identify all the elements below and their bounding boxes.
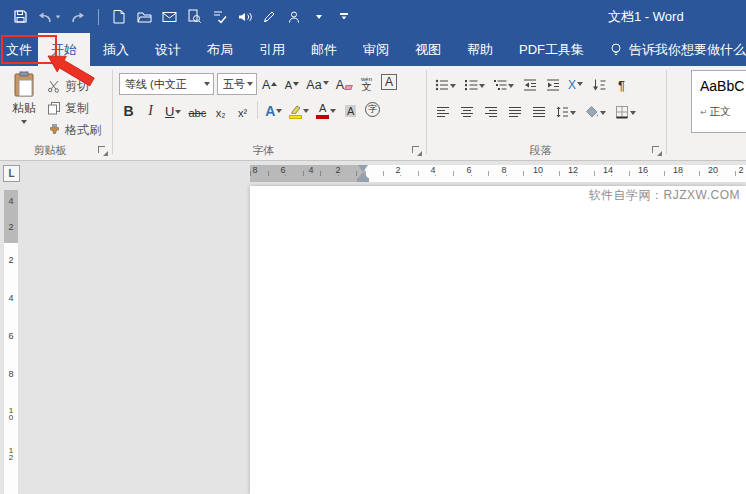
line-spacing-button[interactable] <box>553 100 578 122</box>
ruler-number: 6 <box>465 165 472 175</box>
tab-review[interactable]: 审阅 <box>350 33 402 66</box>
new-document-icon[interactable] <box>111 7 127 27</box>
contact-icon[interactable] <box>286 7 302 27</box>
format-painter-button[interactable]: 格式刷 <box>47 120 101 140</box>
tab-pdf-tools-label: PDF工具集 <box>519 41 584 59</box>
font-name-dropdown-icon[interactable] <box>204 82 210 86</box>
italic-button[interactable]: I <box>141 100 160 122</box>
align-left-button[interactable] <box>433 100 452 122</box>
bullets-dropdown-icon[interactable] <box>450 84 456 88</box>
ruler-number: 18 <box>672 165 684 175</box>
clipboard-dialog-launcher-icon[interactable] <box>98 146 108 156</box>
multilevel-list-button[interactable] <box>491 73 516 95</box>
asian-layout-button[interactable]: X <box>566 73 585 95</box>
font-size-select[interactable]: 五号 <box>217 73 257 95</box>
first-line-indent-marker[interactable] <box>358 165 368 172</box>
font-size-dropdown-icon[interactable] <box>247 82 253 86</box>
subscript-button[interactable]: x₂ <box>211 100 230 122</box>
clear-formatting-button[interactable]: A <box>334 73 354 95</box>
email-icon[interactable] <box>161 7 177 27</box>
tab-mailings[interactable]: 邮件 <box>298 33 350 66</box>
increase-indent-icon <box>546 78 560 92</box>
h-ruler[interactable] <box>365 165 746 182</box>
tab-design-label: 设计 <box>155 41 181 59</box>
underline-button[interactable]: U <box>163 100 183 122</box>
enclose-characters-button[interactable]: 字 <box>363 100 382 122</box>
underline-dropdown-icon[interactable] <box>175 110 181 114</box>
tab-references[interactable]: 引用 <box>246 33 298 66</box>
read-aloud-icon[interactable] <box>236 7 252 27</box>
highlight-button[interactable] <box>287 100 311 122</box>
font-color-dropdown-icon[interactable] <box>330 109 336 113</box>
font-name-select[interactable]: 等线 (中文正 <box>119 73 214 95</box>
change-case-dropdown-icon[interactable] <box>323 81 329 85</box>
copy-button[interactable]: 复制 <box>47 98 89 118</box>
font-color-letter: A <box>319 103 326 114</box>
align-center-button[interactable] <box>457 100 476 122</box>
ruler-number: 4 <box>429 165 436 175</box>
text-effects-dropdown-icon[interactable] <box>276 109 282 113</box>
font-color-button[interactable]: A <box>314 100 338 122</box>
bold-button[interactable]: B <box>119 100 138 122</box>
customize-quick-access-icon[interactable] <box>336 7 352 27</box>
line-spacing-dropdown-icon[interactable] <box>570 111 576 115</box>
distribute-button[interactable] <box>529 100 548 122</box>
save-icon[interactable] <box>12 7 28 27</box>
tab-pdf-tools[interactable]: PDF工具集 <box>506 33 597 66</box>
paste-dropdown-icon[interactable] <box>21 120 27 124</box>
font-dialog-launcher-icon[interactable] <box>412 146 422 156</box>
tab-help[interactable]: 帮助 <box>454 33 506 66</box>
numbering-button[interactable] <box>462 73 487 95</box>
superscript-button[interactable]: x² <box>233 100 252 122</box>
window-title: 文档1 - Word <box>608 0 684 33</box>
shading-button[interactable] <box>583 100 608 122</box>
asian-layout-dropdown-icon[interactable] <box>577 82 583 86</box>
show-marks-button[interactable]: ¶ <box>612 73 631 95</box>
character-border-button[interactable]: A <box>379 73 399 95</box>
qat-dropdown-icon[interactable] <box>311 7 327 27</box>
shading-dropdown-icon[interactable] <box>600 111 606 115</box>
phonetic-guide-button[interactable]: wén 文 <box>357 73 376 95</box>
borders-button[interactable] <box>613 100 638 122</box>
character-shading-button[interactable]: A <box>341 100 360 122</box>
style-item-normal[interactable]: AaBbC ↵ 正文 <box>691 70 746 133</box>
tell-me-box[interactable]: 告诉我你想要做什么 <box>609 33 746 66</box>
increase-indent-button[interactable] <box>543 73 562 95</box>
redo-icon[interactable] <box>70 7 86 27</box>
change-case-button[interactable]: Aa <box>304 73 330 95</box>
tab-insert[interactable]: 插入 <box>90 33 142 66</box>
justify-button[interactable] <box>505 100 524 122</box>
sort-button[interactable] <box>589 73 608 95</box>
bullets-button[interactable] <box>433 73 458 95</box>
cut-button[interactable]: 剪切 <box>47 76 89 96</box>
tab-view[interactable]: 视图 <box>402 33 454 66</box>
tab-layout[interactable]: 布局 <box>194 33 246 66</box>
pen-icon[interactable] <box>261 7 277 27</box>
strikethrough-button[interactable]: abc <box>186 100 208 122</box>
open-icon[interactable] <box>136 7 152 27</box>
tab-design[interactable]: 设计 <box>142 33 194 66</box>
paste-button[interactable]: 粘贴 <box>5 71 43 151</box>
undo-icon[interactable] <box>37 7 61 27</box>
decrease-indent-button[interactable] <box>520 73 539 95</box>
undo-dropdown-icon[interactable] <box>56 15 61 18</box>
grow-font-button[interactable]: A <box>260 73 279 95</box>
borders-dropdown-icon[interactable] <box>630 111 636 115</box>
justify-icon <box>508 105 522 119</box>
tab-help-label: 帮助 <box>467 41 493 59</box>
ruler-number: 4 <box>4 196 18 206</box>
align-right-button[interactable] <box>481 100 500 122</box>
grow-font-arrow-icon <box>271 82 277 86</box>
spelling-icon[interactable] <box>211 7 227 27</box>
shrink-font-button[interactable]: A <box>282 73 301 95</box>
highlighter-icon <box>289 104 302 119</box>
numbering-dropdown-icon[interactable] <box>479 84 485 88</box>
document-page[interactable]: 软件自学网：RJZXW.COM <box>250 186 746 494</box>
print-preview-icon[interactable] <box>186 7 202 27</box>
multilevel-list-dropdown-icon[interactable] <box>508 84 514 88</box>
text-effects-button[interactable]: A <box>263 100 284 122</box>
highlight-dropdown-icon[interactable] <box>303 109 309 113</box>
tab-selector[interactable]: L <box>3 165 20 182</box>
left-indent-marker[interactable] <box>357 178 369 182</box>
paragraph-dialog-launcher-icon[interactable] <box>652 146 662 156</box>
